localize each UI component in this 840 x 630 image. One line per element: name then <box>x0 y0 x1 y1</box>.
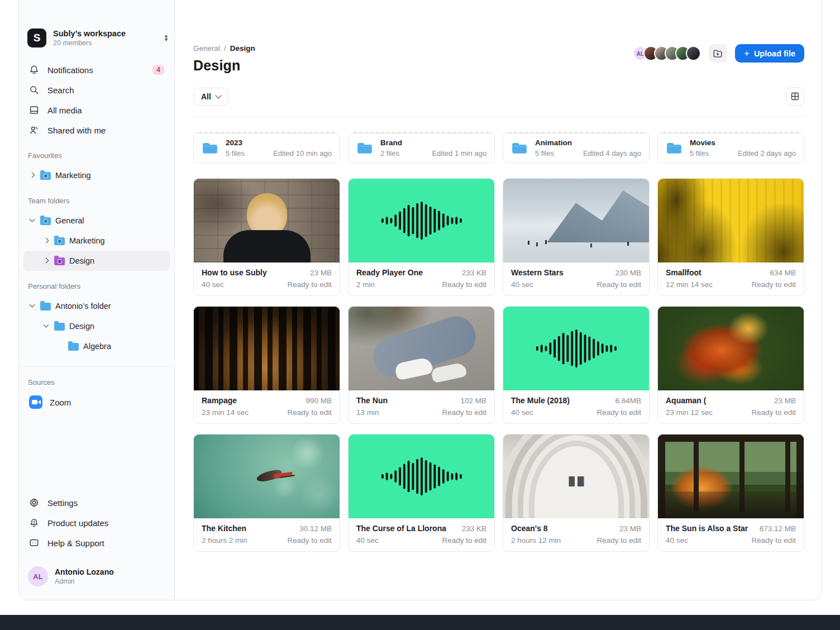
media-duration: 40 sec <box>356 536 379 545</box>
sidebar-footer-item[interactable]: Product updates <box>23 513 170 533</box>
folder-plus-icon <box>713 49 723 59</box>
media-thumbnail[interactable] <box>658 179 804 262</box>
upload-file-label: Upload file <box>754 49 795 58</box>
media-card[interactable]: Ocean's 8 23 MB 2 hours 12 min Ready to … <box>503 434 650 552</box>
media-card[interactable]: The Kitchen 30.12 MB 2 hours 2 min Ready… <box>193 434 340 552</box>
media-thumbnail[interactable] <box>349 435 494 518</box>
workspace-caret-icon[interactable]: ▲▼ <box>164 34 169 42</box>
tree-item[interactable]: Algebra <box>23 336 170 356</box>
source-label: Zoom <box>50 398 170 407</box>
chevron-icon[interactable] <box>42 237 50 245</box>
folder-icon <box>356 141 373 155</box>
user-menu[interactable]: AL Antonio Lozano Admin <box>19 557 174 592</box>
media-title: The Sun is Also a Star <box>666 524 748 533</box>
waveform-icon <box>380 456 464 497</box>
avatar: AL <box>28 566 48 586</box>
media-card[interactable]: The Curse of La Llorona 233 KB 40 sec Re… <box>348 434 495 552</box>
media-title: The Kitchen <box>202 524 246 533</box>
media-thumbnail[interactable] <box>194 179 340 262</box>
filter-label: All <box>201 92 211 101</box>
tree-item[interactable]: Design <box>23 316 170 336</box>
tree-item[interactable]: Antonio’s folder <box>23 296 170 316</box>
media-card[interactable]: Aquaman ( 23 MB 23 min 12 sec Ready to e… <box>657 306 804 424</box>
chevron-icon[interactable] <box>42 322 50 330</box>
waveform-icon <box>534 328 618 369</box>
media-title: Smallfoot <box>666 268 701 277</box>
sidebar-divider <box>19 366 174 367</box>
media-status: Ready to edit <box>596 280 641 289</box>
folder-card[interactable]: Brand 2 files Edited 1 min ago <box>348 132 495 163</box>
chevron-icon[interactable] <box>28 217 36 225</box>
main-content: General / Design Design AL <box>175 0 821 600</box>
folder-edited: Edited 2 days ago <box>738 149 796 157</box>
chevron-icon[interactable] <box>42 257 50 265</box>
sidebar-nav-item[interactable]: All media <box>23 100 170 120</box>
media-size: 673.12 MB <box>760 524 796 533</box>
sidebar-footer-item[interactable]: Help & Support <box>23 533 170 553</box>
chevron-icon[interactable] <box>28 302 36 310</box>
media-thumbnail[interactable] <box>503 307 649 390</box>
media-card[interactable]: The Mule (2018) 6.64MB 40 sec Ready to e… <box>503 306 650 424</box>
media-thumbnail[interactable] <box>503 435 649 518</box>
breadcrumb-parent[interactable]: General <box>193 44 220 52</box>
source-item-zoom[interactable]: Zoom <box>23 392 170 412</box>
media-card[interactable]: Smallfoot 634 MB 12 min 14 sec Ready to … <box>657 178 804 296</box>
media-card[interactable]: Rampage 990 MB 23 min 14 sec Ready to ed… <box>193 306 340 424</box>
avatar-stack[interactable]: AL <box>637 46 701 61</box>
media-card[interactable]: Western Stars 230 MB 40 sec Ready to edi… <box>503 178 650 296</box>
media-thumbnail[interactable] <box>503 179 649 262</box>
media-card[interactable]: How to use Subly 23 MB 40 sec Ready to e… <box>193 178 340 296</box>
new-folder-button[interactable] <box>709 44 727 63</box>
media-thumbnail[interactable] <box>658 307 804 390</box>
chevron-icon[interactable] <box>56 342 64 350</box>
media-duration: 2 min <box>356 280 375 289</box>
workspace-switcher[interactable]: S Subly’s workspace 20 members ▲▼ <box>19 28 174 47</box>
grid-view-button[interactable] <box>786 87 804 106</box>
section-personal-folders: Personal folders <box>19 282 174 290</box>
tree-item[interactable]: Design <box>23 251 170 271</box>
media-thumbnail[interactable] <box>349 179 494 262</box>
folder-edited: Edited 4 days ago <box>583 149 641 157</box>
folder-name: Movies <box>690 139 796 147</box>
folder-card[interactable]: 2023 5 files Edited 10 min ago <box>193 132 340 163</box>
folder-card[interactable]: Movies 5 files Edited 2 days ago <box>657 132 804 163</box>
chevron-icon[interactable] <box>28 171 36 179</box>
favourites-tree: Marketing <box>19 165 174 185</box>
media-size: 102 MB <box>460 397 486 405</box>
tree-item-label: Algebra <box>83 342 111 351</box>
tree-item[interactable]: Marketing <box>23 165 170 185</box>
folder-icon <box>40 217 51 225</box>
app-window: S Subly’s workspace 20 members ▲▼ <box>18 0 822 600</box>
media-duration: 40 sec <box>202 280 224 289</box>
media-card[interactable]: The Sun is Also a Star 673.12 MB 40 sec … <box>657 434 804 552</box>
media-thumbnail[interactable] <box>349 307 494 390</box>
media-card[interactable]: The Nun 102 MB 13 min Ready to edit <box>348 306 495 424</box>
breadcrumb: General / Design <box>193 44 255 52</box>
folder-edited: Edited 10 min ago <box>273 149 332 157</box>
media-status: Ready to edit <box>751 280 796 289</box>
media-size: 230 MB <box>615 269 641 277</box>
media-thumbnail[interactable] <box>194 307 340 390</box>
content-divider <box>193 116 804 117</box>
folder-card[interactable]: Animation 5 files Edited 4 days ago <box>503 132 650 163</box>
media-card[interactable]: Ready Player One 233 KB 2 min Ready to e… <box>348 178 495 296</box>
tree-item[interactable]: Marketing <box>23 231 170 251</box>
sidebar-footer-label: Help & Support <box>47 538 164 548</box>
filter-dropdown[interactable]: All <box>193 88 228 106</box>
sidebar-nav-item[interactable]: Shared with me <box>23 120 170 140</box>
sidebar-nav-label: All media <box>47 106 164 115</box>
media-thumbnail[interactable] <box>194 435 340 518</box>
sidebar-nav-item[interactable]: Search <box>23 80 170 100</box>
sidebar-nav-item[interactable]: Notifications 4 <box>23 60 170 80</box>
media-thumbnail[interactable] <box>658 435 804 518</box>
sidebar-nav-label: Notifications <box>47 65 145 75</box>
sidebar: S Subly’s workspace 20 members ▲▼ <box>19 0 175 600</box>
zoom-icon <box>29 395 42 409</box>
upload-file-button[interactable]: + Upload file <box>735 44 804 63</box>
media-duration: 13 min <box>356 408 379 417</box>
folder-icon <box>511 141 528 155</box>
avatar[interactable] <box>686 46 701 61</box>
tree-item[interactable]: General <box>23 211 170 231</box>
sidebar-footer-item[interactable]: Settings <box>23 493 170 513</box>
breadcrumb-separator: / <box>224 44 226 52</box>
